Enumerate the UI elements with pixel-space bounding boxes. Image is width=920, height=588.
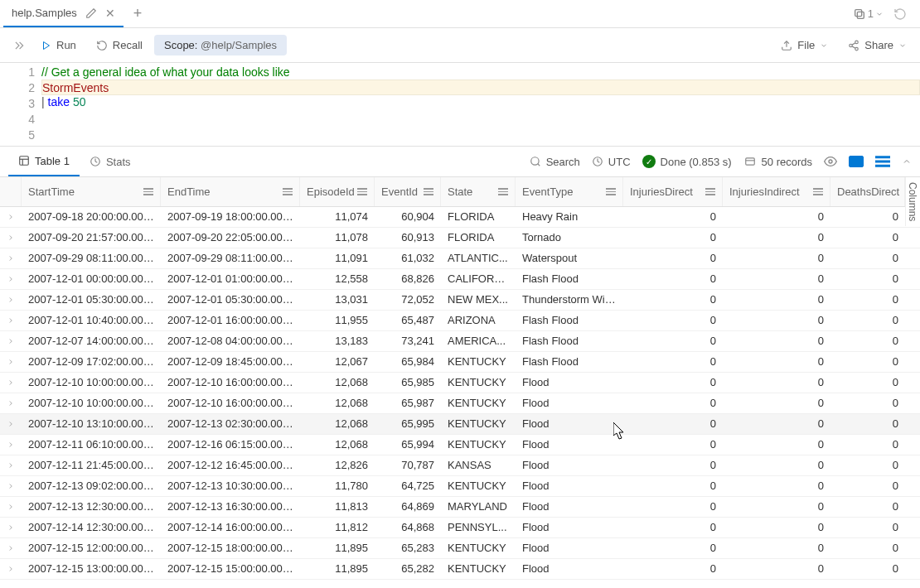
query-tab[interactable]: help.Samples ✕ bbox=[3, 0, 123, 27]
row-expand-icon[interactable] bbox=[0, 269, 22, 289]
row-expand-icon[interactable] bbox=[0, 207, 22, 227]
table-row[interactable]: 2007-09-20 21:57:00.00002007-09-20 22:05… bbox=[0, 228, 920, 248]
column-menu-icon[interactable] bbox=[813, 188, 823, 195]
row-expand-icon[interactable] bbox=[0, 311, 22, 330]
table-row[interactable]: 2007-09-18 20:00:00.00002007-09-19 18:00… bbox=[0, 207, 920, 228]
row-expand-icon[interactable] bbox=[0, 248, 22, 268]
file-label: File bbox=[797, 39, 815, 51]
table-row[interactable]: 2007-12-10 10:00:00.00002007-12-10 16:00… bbox=[0, 373, 920, 393]
stats-tab[interactable]: Stats bbox=[80, 147, 141, 176]
cell-injuriesdirect: 0 bbox=[623, 248, 723, 268]
expand-results-icon[interactable] bbox=[902, 157, 912, 166]
cell-episodeid: 11,078 bbox=[300, 228, 375, 248]
row-expand-icon[interactable] bbox=[0, 476, 22, 496]
column-menu-icon[interactable] bbox=[498, 188, 508, 195]
cell-endtime: 2007-12-08 04:00:00.0000 bbox=[161, 331, 300, 351]
column-menu-icon[interactable] bbox=[283, 188, 293, 195]
search-button[interactable]: Search bbox=[530, 156, 580, 168]
cell-endtime: 2007-12-13 02:30:00.0000 bbox=[161, 414, 300, 434]
table-row[interactable]: 2007-12-13 09:02:00.00002007-12-13 10:30… bbox=[0, 476, 920, 497]
undo-icon[interactable] bbox=[893, 7, 907, 21]
table-tab[interactable]: Table 1 bbox=[8, 147, 80, 176]
row-expand-icon[interactable] bbox=[0, 228, 22, 248]
table-row[interactable]: 2007-12-15 13:00:00.00002007-12-15 15:00… bbox=[0, 559, 920, 580]
share-button[interactable]: Share bbox=[843, 36, 912, 55]
preview-icon[interactable] bbox=[824, 155, 837, 168]
cell-injuriesindirect: 0 bbox=[723, 373, 830, 393]
table-row[interactable]: 2007-12-15 12:00:00.00002007-12-15 18:00… bbox=[0, 538, 920, 559]
column-state[interactable]: State bbox=[441, 177, 516, 206]
row-expand-icon[interactable] bbox=[0, 290, 22, 310]
row-expand-icon[interactable] bbox=[0, 414, 22, 434]
column-menu-icon[interactable] bbox=[143, 188, 153, 195]
table-row[interactable]: 2007-12-11 21:45:00.00002007-12-12 16:45… bbox=[0, 455, 920, 476]
table-row[interactable]: 2007-12-11 06:10:00.00002007-12-16 06:15… bbox=[0, 435, 920, 455]
row-expand-icon[interactable] bbox=[0, 455, 22, 475]
cell-injuriesdirect: 0 bbox=[623, 393, 723, 413]
table-row[interactable]: 2007-12-14 12:30:00.00002007-12-14 16:00… bbox=[0, 518, 920, 538]
column-injuriesdirect[interactable]: InjuriesDirect bbox=[623, 177, 723, 206]
code-editor[interactable]: 12345 // Get a general idea of what your… bbox=[0, 63, 920, 146]
cell-starttime: 2007-09-20 21:57:00.0000 bbox=[22, 228, 161, 248]
table-row[interactable]: 2007-12-01 00:00:00.00002007-12-01 01:00… bbox=[0, 269, 920, 290]
column-episodeid[interactable]: EpisodeId bbox=[300, 177, 375, 206]
cell-episodeid: 11,813 bbox=[300, 497, 375, 517]
column-starttime[interactable]: StartTime bbox=[22, 177, 161, 206]
cell-deathsdirect: 0 bbox=[830, 207, 905, 227]
table-row[interactable]: 2007-12-13 12:30:00.00002007-12-13 16:30… bbox=[0, 497, 920, 518]
utc-button[interactable]: UTC bbox=[592, 156, 631, 168]
code-number: 50 bbox=[73, 95, 86, 108]
code-content[interactable]: // Get a general idea of what your data … bbox=[41, 63, 920, 146]
data-grid[interactable]: StartTime EndTime EpisodeId EventId Stat… bbox=[0, 177, 920, 588]
column-menu-icon[interactable] bbox=[424, 188, 433, 195]
row-expand-icon[interactable] bbox=[0, 435, 22, 455]
column-injuriesindirect[interactable]: InjuriesIndirect bbox=[723, 177, 830, 206]
run-button[interactable]: Run bbox=[33, 36, 85, 55]
row-expand-icon[interactable] bbox=[0, 518, 22, 537]
table-row[interactable]: 2007-12-10 13:10:00.00002007-12-13 02:30… bbox=[0, 414, 920, 435]
columns-sidebar[interactable]: Columns bbox=[905, 177, 920, 226]
row-expand-icon[interactable] bbox=[0, 538, 22, 558]
column-deathsdirect[interactable]: DeathsDirect bbox=[830, 177, 905, 206]
row-expand-icon[interactable] bbox=[0, 559, 22, 579]
row-expand-icon[interactable] bbox=[0, 393, 22, 413]
recall-button[interactable]: Recall bbox=[88, 36, 151, 55]
add-tab-button[interactable]: + bbox=[123, 5, 153, 22]
cell-eventid: 64,869 bbox=[375, 497, 441, 517]
table-row[interactable]: 2007-09-29 08:11:00.00002007-09-29 08:11… bbox=[0, 248, 920, 269]
row-expand-icon[interactable] bbox=[0, 352, 22, 372]
cell-eventid: 68,826 bbox=[375, 269, 441, 289]
cell-injuriesindirect: 0 bbox=[723, 228, 830, 248]
cell-starttime: 2007-12-09 17:02:00.0000 bbox=[22, 352, 161, 372]
layout-icon-2[interactable] bbox=[875, 156, 890, 167]
tab-title: help.Samples bbox=[12, 7, 77, 19]
edit-icon[interactable] bbox=[85, 7, 97, 19]
column-menu-icon[interactable] bbox=[705, 188, 715, 195]
table-row[interactable]: 2007-12-10 10:00:00.00002007-12-10 16:00… bbox=[0, 393, 920, 414]
scope-selector[interactable]: Scope: @help/Samples bbox=[154, 35, 287, 55]
column-menu-icon[interactable] bbox=[357, 188, 367, 195]
cell-starttime: 2007-12-10 13:10:00.0000 bbox=[22, 414, 161, 434]
table-row[interactable]: 2007-12-01 05:30:00.00002007-12-01 05:30… bbox=[0, 290, 920, 311]
file-button[interactable]: File bbox=[776, 36, 833, 55]
table-row[interactable]: 2007-12-01 10:40:00.00002007-12-01 16:00… bbox=[0, 311, 920, 331]
row-expand-icon[interactable] bbox=[0, 331, 22, 351]
column-endtime[interactable]: EndTime bbox=[161, 177, 300, 206]
cell-injuriesindirect: 0 bbox=[723, 559, 830, 579]
cell-state: KENTUCKY bbox=[441, 393, 516, 413]
cell-injuriesindirect: 0 bbox=[723, 207, 830, 227]
table-row[interactable]: 2007-12-07 14:00:00.00002007-12-08 04:00… bbox=[0, 331, 920, 352]
duplicate-icon[interactable]: 1 bbox=[853, 7, 884, 21]
cell-endtime: 2007-12-10 16:00:00.0000 bbox=[161, 393, 300, 413]
cell-episodeid: 12,067 bbox=[300, 352, 375, 372]
expand-icon[interactable] bbox=[8, 36, 30, 55]
cell-eventtype: Flood bbox=[516, 455, 623, 475]
column-menu-icon[interactable] bbox=[606, 188, 616, 195]
column-eventid[interactable]: EventId bbox=[375, 177, 441, 206]
table-row[interactable]: 2007-12-09 17:02:00.00002007-12-09 18:45… bbox=[0, 352, 920, 373]
row-expand-icon[interactable] bbox=[0, 497, 22, 517]
layout-icon-1[interactable] bbox=[849, 156, 864, 167]
column-eventtype[interactable]: EventType bbox=[516, 177, 623, 206]
row-expand-icon[interactable] bbox=[0, 373, 22, 393]
close-icon[interactable]: ✕ bbox=[105, 7, 115, 20]
